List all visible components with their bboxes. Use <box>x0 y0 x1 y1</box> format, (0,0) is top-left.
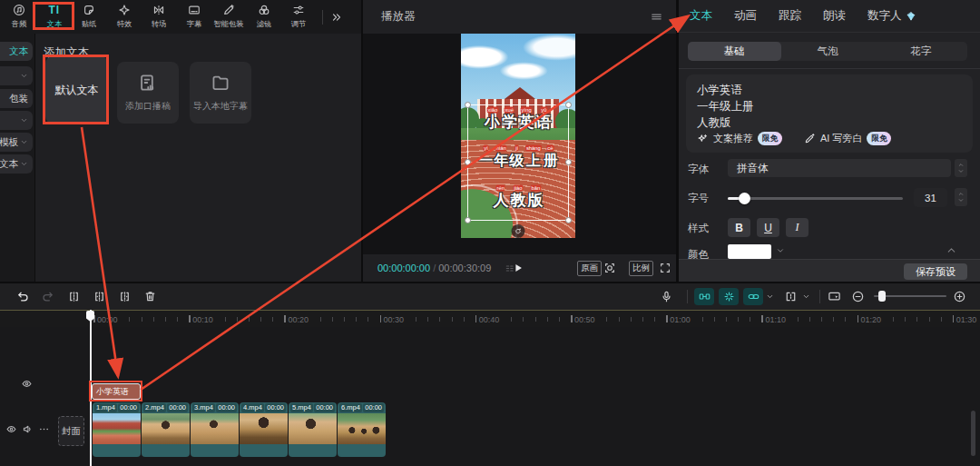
zoom-out-icon[interactable] <box>851 290 865 303</box>
hamburger-icon <box>650 10 663 24</box>
color-swatch[interactable] <box>728 244 771 259</box>
subtab-basic[interactable]: 基础 <box>688 42 781 61</box>
toolbar-item-smart-package[interactable]: 智能包装 <box>211 2 247 33</box>
rail-item-3[interactable] <box>0 111 33 130</box>
text-line: 一年级上册 <box>697 98 754 114</box>
text-selection-box[interactable] <box>467 104 569 221</box>
font-select[interactable]: 拼音体 <box>728 159 951 177</box>
panel-tab-tracking[interactable]: 跟踪 <box>779 8 801 24</box>
video-track-more-icon[interactable] <box>38 423 50 435</box>
track-layout-button[interactable] <box>784 290 798 303</box>
collapse-panel-icon[interactable] <box>946 244 957 256</box>
selection-handle[interactable] <box>465 217 471 223</box>
video-clip-4[interactable]: 4.mp4 00:00 <box>240 402 288 457</box>
font-stepper[interactable] <box>955 159 967 177</box>
toolbar-item-captions[interactable]: 字幕 <box>177 2 212 33</box>
toolbar-divider <box>687 290 688 303</box>
toolbar-item-adjust[interactable]: 调节 <box>281 2 317 33</box>
toolbar-item-sticker[interactable]: 贴纸 <box>72 2 107 33</box>
toolbar-item-effects[interactable]: 特效 <box>107 2 142 33</box>
text-track-visibility-icon[interactable] <box>21 378 33 390</box>
timeline-scrollbar[interactable] <box>971 411 975 456</box>
toolbar-item-transition[interactable]: 转场 <box>142 2 177 33</box>
player-menu-icon[interactable] <box>650 10 663 24</box>
original-quality-button[interactable]: 原画 <box>577 261 602 276</box>
cover-button[interactable]: 封面 <box>58 416 84 446</box>
ai-voiceover-button[interactable]: AI 写旁白限免 <box>804 132 891 145</box>
fullscreen-icon[interactable] <box>659 262 671 274</box>
panel-tab-text[interactable]: 文本 <box>690 8 712 24</box>
copy-recommend-button[interactable]: 文案推荐限免 <box>697 132 782 145</box>
size-stepper[interactable] <box>955 188 967 206</box>
text-clip[interactable]: 小学英语 <box>92 383 141 400</box>
video-clip-5[interactable]: 5.mp4 00:00 <box>289 402 337 457</box>
timeline-zoom-slider[interactable] <box>874 295 946 297</box>
zoom-in-icon[interactable] <box>953 290 966 303</box>
split-clip-button[interactable] <box>67 290 81 303</box>
focus-frame-icon[interactable] <box>603 262 616 274</box>
subtab-bubble[interactable]: 气泡 <box>781 42 875 61</box>
panel-tab-read-aloud[interactable]: 朗读 <box>823 8 846 24</box>
selection-handle[interactable] <box>465 159 471 165</box>
panel-tab-animation[interactable]: 动画 <box>734 8 757 24</box>
save-preset-button[interactable]: 保存预设 <box>904 263 967 280</box>
selection-handle[interactable] <box>565 159 572 165</box>
selection-handle[interactable] <box>465 102 471 108</box>
timeline-ruler[interactable]: 00:0000:1000:2000:3000:4000:5001:0001:10… <box>0 310 980 327</box>
selection-handle[interactable] <box>565 102 572 108</box>
chevron-down-icon[interactable] <box>776 246 785 255</box>
expand-toolbar-button[interactable] <box>330 11 343 24</box>
delete-right-button[interactable] <box>118 290 132 303</box>
play-button[interactable] <box>512 262 524 274</box>
rail-item-4[interactable]: 模板 <box>0 133 33 152</box>
video-clip-2[interactable]: 2.mp4 00:00 <box>142 402 190 457</box>
card-script-doc[interactable]: 添加口播稿 <box>117 62 179 124</box>
video-preview[interactable]: xiǎo小xué学yīng英yǔ语yī一nián年jí级shàng上cè册rén… <box>461 34 575 238</box>
selection-handle[interactable] <box>565 217 572 223</box>
default-text-card[interactable]: 默认文本 <box>45 56 108 124</box>
delete-left-button[interactable] <box>93 290 106 303</box>
panel-tab-digital-human[interactable]: 数字人 <box>867 8 916 24</box>
rail-item-5[interactable]: 文本 <box>0 154 33 174</box>
video-track-visibility-icon[interactable] <box>5 423 17 435</box>
toolbar-divider <box>322 10 323 25</box>
delete-button[interactable] <box>143 290 157 303</box>
italic-button[interactable]: I <box>786 218 808 237</box>
rail-item-1[interactable] <box>0 66 33 85</box>
top-toolbar: 音频TI文本贴纸特效转场字幕智能包装滤镜调节 <box>0 0 361 34</box>
bold-button[interactable]: B <box>728 218 750 237</box>
preview-axis-toggle[interactable] <box>743 288 763 305</box>
toolbar-items: 音频TI文本贴纸特效转场字幕智能包装滤镜调节 <box>2 2 317 33</box>
preview-window-icon[interactable] <box>828 290 841 303</box>
rail-item-0[interactable]: 文本 <box>0 42 33 61</box>
toolbar-item-audio[interactable]: 音频 <box>2 2 37 33</box>
card-folder[interactable]: 导入本地字幕 <box>190 62 251 124</box>
aspect-ratio-button[interactable]: 比例 <box>629 261 653 276</box>
chevron-up-icon <box>957 191 965 197</box>
slider-thumb[interactable] <box>739 193 750 204</box>
redo-button[interactable] <box>41 290 54 303</box>
chevron-down-icon[interactable] <box>766 292 774 301</box>
zoom-slider-thumb[interactable] <box>878 291 886 302</box>
toolbar-item-text[interactable]: TI文本 <box>37 2 73 33</box>
chevron-down-icon[interactable] <box>802 292 810 301</box>
linkage-toggle[interactable] <box>719 288 739 305</box>
video-clip-1[interactable]: 1.mp4 00:00 <box>93 402 141 457</box>
underline-button[interactable]: U <box>757 218 779 237</box>
font-size-slider[interactable] <box>728 197 903 200</box>
toolbar-item-filter[interactable]: 滤镜 <box>247 2 282 33</box>
clip-thumbnail <box>289 413 337 444</box>
video-track-mute-icon[interactable] <box>22 423 34 435</box>
chevron-up-icon <box>946 244 957 256</box>
rail-item-2[interactable]: 包装 <box>0 89 33 108</box>
video-clip-3[interactable]: 3.mp4 00:00 <box>191 402 239 457</box>
undo-button[interactable] <box>16 290 30 303</box>
subtab-fancy-text[interactable]: 花字 <box>874 42 967 61</box>
clip-name: 5.mp4 <box>290 403 313 412</box>
auto-snap-toggle[interactable] <box>694 288 714 305</box>
text-content-editor[interactable]: 小学英语一年级上册人教版 文案推荐限免AI 写旁白限免 <box>686 74 973 153</box>
rotate-handle[interactable] <box>512 224 525 238</box>
record-voiceover-icon[interactable] <box>660 290 673 303</box>
video-clip-6[interactable]: 6.mp4 00:00 <box>338 402 386 457</box>
timeline-toolbar <box>0 283 980 310</box>
